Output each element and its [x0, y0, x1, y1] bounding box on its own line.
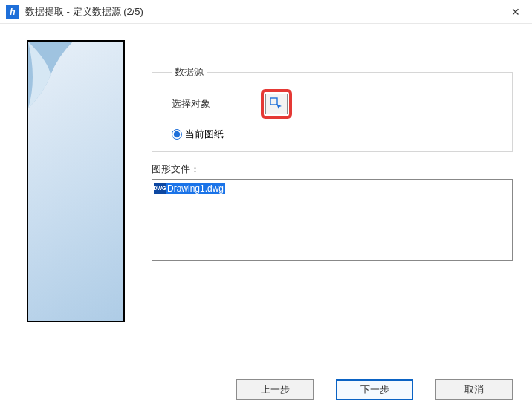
dwg-file-icon: DWG [154, 183, 166, 194]
drawing-files-label: 图形文件： [152, 163, 513, 176]
select-objects-icon [270, 97, 283, 111]
select-objects-highlight [261, 89, 292, 119]
current-drawing-label: 当前图纸 [185, 128, 224, 141]
preview-pane [27, 40, 125, 322]
data-source-group: 数据源 选择对象 当前图纸 [152, 65, 513, 152]
file-name: Drawing1.dwg [167, 183, 224, 194]
window-title: 数据提取 - 定义数据源 (2/5) [25, 5, 499, 19]
current-drawing-radio-input[interactable] [172, 129, 182, 140]
data-source-legend: 数据源 [172, 65, 207, 79]
page-curl-icon [28, 42, 73, 108]
select-objects-label: 选择对象 [172, 97, 261, 111]
select-objects-row: 选择对象 [172, 89, 500, 119]
close-button[interactable]: ✕ [499, 0, 532, 24]
list-item[interactable]: DWG Drawing1.dwg [154, 183, 225, 194]
drawing-files-list[interactable]: DWG Drawing1.dwg [152, 179, 513, 261]
app-icon: h [6, 5, 19, 19]
current-drawing-radio[interactable]: 当前图纸 [172, 128, 500, 141]
cancel-button[interactable]: 取消 [435, 379, 513, 400]
content-area: 数据源 选择对象 当前图纸 图形文件： [0, 24, 532, 322]
select-objects-button[interactable] [265, 94, 288, 114]
footer-buttons: 上一步 下一步 取消 [236, 379, 513, 400]
next-button[interactable]: 下一步 [336, 379, 413, 400]
prev-button[interactable]: 上一步 [236, 379, 314, 400]
svg-rect-0 [270, 98, 277, 105]
main-area: 数据源 选择对象 当前图纸 图形文件： [152, 40, 513, 322]
titlebar: h 数据提取 - 定义数据源 (2/5) ✕ [0, 0, 532, 24]
